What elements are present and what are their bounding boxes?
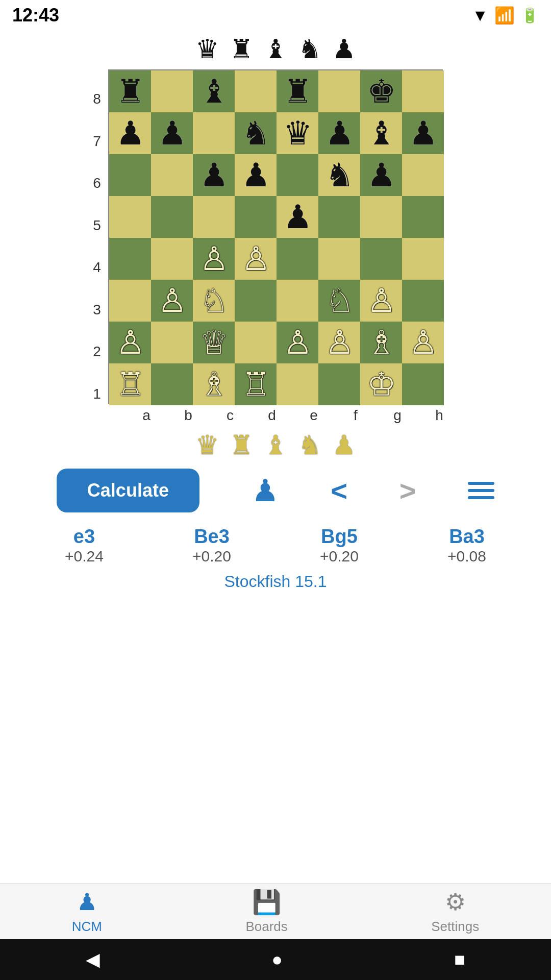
calculate-button[interactable]: Calculate <box>57 469 199 512</box>
cell-f4[interactable] <box>318 238 360 280</box>
captured-pieces-top: ♛ ♜ ♝ ♞ ♟ <box>0 31 551 69</box>
cell-e4[interactable] <box>277 238 318 280</box>
cell-b4[interactable] <box>151 238 193 280</box>
cell-c6[interactable]: ♟ <box>193 154 235 196</box>
cell-h3[interactable] <box>402 280 444 322</box>
nav-item-boards[interactable]: 💾 Boards <box>245 888 287 935</box>
cell-h7[interactable]: ♟ <box>402 112 444 154</box>
status-icons: ▼ 📶 🔋 <box>472 6 539 25</box>
cell-e8[interactable]: ♜ <box>277 70 318 112</box>
bP-piece: ♟ <box>283 201 312 233</box>
cell-a2[interactable]: ♙ <box>109 322 151 363</box>
cell-b7[interactable]: ♟ <box>151 112 193 154</box>
cell-c1[interactable]: ♗ <box>193 363 235 405</box>
cell-d3[interactable] <box>235 280 277 322</box>
cell-d7[interactable]: ♞ <box>235 112 277 154</box>
android-nav-bar: ◀ ● ■ <box>0 939 551 980</box>
cell-a1[interactable]: ♖ <box>109 363 151 405</box>
cell-e1[interactable] <box>277 363 318 405</box>
cell-a8[interactable]: ♜ <box>109 70 151 112</box>
cell-e2[interactable]: ♙ <box>277 322 318 363</box>
cell-e7[interactable]: ♛ <box>277 112 318 154</box>
black-knight-captured: ♞ <box>298 36 322 62</box>
cell-c2[interactable]: ♕ <box>193 322 235 363</box>
eval-move-2: Be3 <box>166 526 258 548</box>
home-button[interactable]: ● <box>271 949 283 970</box>
cell-e5[interactable]: ♟ <box>277 196 318 238</box>
eval-score-1: +0.24 <box>38 548 130 565</box>
cell-c7[interactable] <box>193 112 235 154</box>
cell-f7[interactable]: ♟ <box>318 112 360 154</box>
back-button[interactable]: ◀ <box>86 949 100 970</box>
cell-f2[interactable]: ♙ <box>318 322 360 363</box>
bottom-nav: ♟ NCM 💾 Boards ⚙ Settings <box>0 883 551 939</box>
cell-g3[interactable]: ♙ <box>360 280 402 322</box>
cell-d2[interactable] <box>235 322 277 363</box>
cell-f1[interactable] <box>318 363 360 405</box>
rank-3: 3 <box>91 289 103 331</box>
cell-a5[interactable] <box>109 196 151 238</box>
cell-h5[interactable] <box>402 196 444 238</box>
white-pawn-captured: ♟ <box>332 432 356 458</box>
file-b: b <box>167 407 209 424</box>
cell-f8[interactable] <box>318 70 360 112</box>
bB-piece: ♝ <box>367 117 396 150</box>
cell-f3[interactable]: ♘ <box>318 280 360 322</box>
menu-button[interactable] <box>468 482 494 499</box>
cell-h2[interactable]: ♙ <box>402 322 444 363</box>
cell-f5[interactable] <box>318 196 360 238</box>
wP-piece: ♙ <box>116 326 145 359</box>
rank-5: 5 <box>91 205 103 247</box>
recent-button[interactable]: ■ <box>454 949 465 970</box>
cell-d8[interactable] <box>235 70 277 112</box>
pawn-icon[interactable]: ♟ <box>252 473 279 508</box>
cell-b5[interactable] <box>151 196 193 238</box>
wP-piece: ♙ <box>158 284 187 317</box>
nav-item-settings[interactable]: ⚙ Settings <box>431 888 479 935</box>
chess-board[interactable]: ♜♝♜♚♟♟♞♛♟♝♟♟♟♞♟♟♙♙♙♘♘♙♙♕♙♙♗♙♖♗♖♔ <box>108 69 443 404</box>
cell-a6[interactable] <box>109 154 151 196</box>
cell-g8[interactable]: ♚ <box>360 70 402 112</box>
cell-c5[interactable] <box>193 196 235 238</box>
cell-b6[interactable] <box>151 154 193 196</box>
settings-icon: ⚙ <box>445 888 466 916</box>
cell-g5[interactable] <box>360 196 402 238</box>
cell-g1[interactable]: ♔ <box>360 363 402 405</box>
cell-d5[interactable] <box>235 196 277 238</box>
controls-bar: Calculate ♟ < > <box>0 463 551 518</box>
cell-h8[interactable] <box>402 70 444 112</box>
cell-a7[interactable]: ♟ <box>109 112 151 154</box>
eval-score-4: +0.08 <box>421 548 513 565</box>
cell-b1[interactable] <box>151 363 193 405</box>
nav-item-ncm[interactable]: ♟ NCM <box>72 888 102 935</box>
cell-h1[interactable] <box>402 363 444 405</box>
cell-b2[interactable] <box>151 322 193 363</box>
wB-piece: ♗ <box>367 326 396 359</box>
cell-d4[interactable]: ♙ <box>235 238 277 280</box>
cell-c3[interactable]: ♘ <box>193 280 235 322</box>
cell-e6[interactable] <box>277 154 318 196</box>
prev-button[interactable]: < <box>331 474 347 507</box>
cell-g4[interactable] <box>360 238 402 280</box>
cell-c8[interactable]: ♝ <box>193 70 235 112</box>
cell-h4[interactable] <box>402 238 444 280</box>
wB-piece: ♗ <box>199 368 229 401</box>
cell-d6[interactable]: ♟ <box>235 154 277 196</box>
cell-e3[interactable] <box>277 280 318 322</box>
cell-b3[interactable]: ♙ <box>151 280 193 322</box>
cell-d1[interactable]: ♖ <box>235 363 277 405</box>
cell-g2[interactable]: ♗ <box>360 322 402 363</box>
cell-h6[interactable] <box>402 154 444 196</box>
cell-f6[interactable]: ♞ <box>318 154 360 196</box>
bR-piece: ♜ <box>283 75 312 108</box>
cell-g7[interactable]: ♝ <box>360 112 402 154</box>
wQ-piece: ♕ <box>199 326 229 359</box>
cell-g6[interactable]: ♟ <box>360 154 402 196</box>
next-button[interactable]: > <box>399 474 416 507</box>
cell-c4[interactable]: ♙ <box>193 238 235 280</box>
cell-b8[interactable] <box>151 70 193 112</box>
cell-a3[interactable] <box>109 280 151 322</box>
eval-row: e3 +0.24 Be3 +0.20 Bg5 +0.20 Ba3 +0.08 <box>0 518 551 567</box>
status-time: 12:43 <box>12 5 59 26</box>
cell-a4[interactable] <box>109 238 151 280</box>
